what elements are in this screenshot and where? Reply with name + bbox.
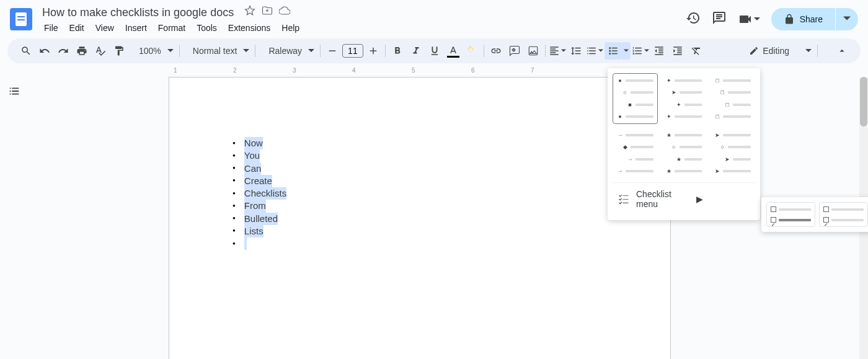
docs-icon[interactable]	[10, 8, 32, 30]
link-icon[interactable]	[487, 42, 505, 60]
bullet-preset[interactable]: →◆→→	[613, 128, 658, 179]
menu-insert[interactable]: Insert	[121, 22, 151, 34]
bullet-preset[interactable]: ✦➤✦✦	[662, 73, 707, 124]
share-button[interactable]: Share	[771, 8, 835, 30]
bullet-style-menu: ●○■●✦➤✦✦□□□□→◆→→★○★★➤○➤➤ Checklist menu …	[608, 68, 760, 220]
redo-icon[interactable]	[55, 42, 72, 60]
bulleted-list[interactable]: NowYouCanCreateChecklistsFromBulletedLis…	[229, 137, 611, 250]
svg-point-1	[609, 50, 611, 52]
bullet-preset[interactable]: ➤○➤➤	[710, 128, 755, 179]
text-color-icon[interactable]	[445, 42, 462, 60]
video-meet-icon[interactable]	[738, 12, 760, 27]
list-item[interactable]: Now	[229, 137, 611, 149]
bullet-preset[interactable]: ●○■●	[613, 73, 658, 124]
list-item[interactable]: Can	[229, 162, 611, 175]
bold-icon[interactable]	[389, 42, 406, 60]
menu-bar: File Edit View Insert Format Tools Exten…	[40, 22, 686, 34]
list-item[interactable]: Checklists	[229, 187, 611, 200]
list-item[interactable]: Bulleted	[229, 213, 611, 225]
menu-format[interactable]: Format	[154, 22, 190, 34]
share-label: Share	[800, 14, 823, 24]
list-item[interactable]: From	[229, 200, 611, 212]
outline-toggle[interactable]	[0, 77, 37, 359]
submenu-arrow-icon: ▶	[696, 194, 750, 204]
paint-format-icon[interactable]	[110, 42, 128, 60]
checklist-option-1[interactable]	[766, 202, 815, 227]
font-size-input[interactable]: 11	[342, 44, 363, 58]
cloud-icon[interactable]	[279, 5, 290, 19]
print-icon[interactable]	[73, 42, 91, 60]
menu-view[interactable]: View	[91, 22, 118, 34]
list-item[interactable]	[229, 237, 611, 250]
italic-icon[interactable]	[407, 42, 425, 60]
search-icon[interactable]	[17, 42, 35, 60]
decrease-indent-icon[interactable]	[650, 42, 668, 60]
list-item[interactable]: Create	[229, 175, 611, 187]
numbered-list-icon[interactable]	[632, 42, 649, 60]
menu-edit[interactable]: Edit	[65, 22, 89, 34]
move-icon[interactable]	[262, 5, 273, 19]
menu-tools[interactable]: Tools	[192, 22, 221, 34]
document-page[interactable]: NowYouCanCreateChecklistsFromBulletedLis…	[169, 77, 671, 359]
menu-help[interactable]: Help	[277, 22, 304, 34]
add-comment-icon[interactable]	[506, 42, 523, 60]
star-icon[interactable]	[244, 5, 255, 19]
bullet-preset[interactable]: ★○★★	[662, 128, 707, 179]
comment-icon[interactable]	[712, 11, 727, 28]
editing-mode[interactable]: Editing	[743, 46, 814, 56]
checklist-option-2[interactable]	[819, 202, 868, 227]
align-icon[interactable]	[549, 42, 566, 60]
history-icon[interactable]	[686, 11, 701, 28]
image-icon[interactable]	[525, 42, 542, 60]
line-spacing-icon[interactable]	[567, 42, 585, 60]
spellcheck-icon[interactable]	[92, 42, 109, 60]
decrease-font-icon[interactable]	[324, 42, 341, 60]
app-header: How to make checklists in google docs Fi…	[0, 0, 868, 38]
svg-point-2	[609, 53, 611, 55]
toolbar: 100% Normal text Raleway 11 Editing	[7, 38, 861, 63]
svg-point-0	[609, 47, 611, 49]
undo-icon[interactable]	[36, 42, 53, 60]
increase-indent-icon[interactable]	[669, 42, 686, 60]
checklist-icon[interactable]	[586, 42, 603, 60]
checklist-menu-item[interactable]: Checklist menu ▶	[613, 182, 755, 215]
clear-format-icon[interactable]	[688, 42, 705, 60]
scrollbar-thumb[interactable]	[860, 77, 867, 126]
font-selector[interactable]: Raleway	[259, 46, 317, 56]
bulleted-list-dropdown-icon[interactable]	[622, 42, 631, 60]
checklist-menu-label: Checklist menu	[636, 189, 690, 209]
menu-file[interactable]: File	[40, 22, 63, 34]
underline-icon[interactable]	[426, 42, 443, 60]
document-title[interactable]: How to make checklists in google docs	[40, 5, 236, 20]
checklist-submenu	[761, 197, 868, 232]
zoom-selector[interactable]: 100%	[129, 46, 176, 56]
bulleted-list-button[interactable]	[604, 42, 631, 60]
increase-font-icon[interactable]	[365, 42, 382, 60]
menu-extensions[interactable]: Extensions	[224, 22, 275, 34]
style-selector[interactable]: Normal text	[183, 46, 252, 56]
list-item[interactable]: Lists	[229, 225, 611, 237]
bullet-preset[interactable]: □□□□	[710, 73, 755, 124]
highlight-icon[interactable]	[463, 42, 480, 60]
collapse-icon[interactable]	[833, 42, 851, 60]
share-dropdown[interactable]	[836, 8, 858, 30]
list-item[interactable]: You	[229, 149, 611, 162]
bulleted-list-icon[interactable]	[604, 42, 622, 60]
